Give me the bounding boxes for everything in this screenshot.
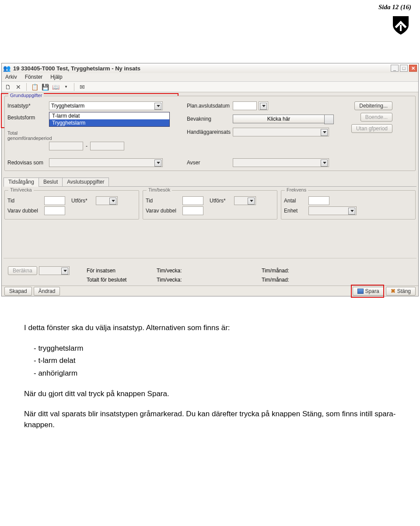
statusbar: Skapad Ändrad Spara ✖ Stäng	[2, 286, 418, 296]
groupbox-legend: Grunduppgifter	[8, 93, 44, 98]
toolbar-copy-icon[interactable]: 📋	[31, 84, 38, 91]
field-tv-tid[interactable]	[44, 196, 65, 205]
toolbar-separator	[26, 83, 27, 91]
label-fr-antal: Antal	[284, 198, 306, 204]
label-fr-enhet: Enhet	[284, 208, 306, 214]
field-tb-tid[interactable]	[182, 196, 203, 205]
groupbox-grunduppgifter: Grunduppgifter Insatstyp* Trygghetslarm …	[4, 96, 416, 171]
label-totalt: Totalt för beslutet	[87, 277, 144, 283]
bevakning-button-label: Klicka här	[267, 116, 290, 122]
instruction-item-1: trygghetslarm	[34, 343, 407, 354]
tab-avslutsuppgifter[interactable]: Avslutsuppgifter	[62, 178, 109, 186]
instruction-para-1: I detta fönster ska du välja insatstyp. …	[24, 323, 407, 334]
window-minimize-button[interactable]: _	[391, 65, 399, 72]
boende-button[interactable]: Boende...	[360, 113, 392, 122]
dropdown-tb-utfors[interactable]	[234, 196, 256, 205]
plan-avslut-date-picker[interactable]	[259, 101, 268, 110]
berakna-dropdown[interactable]	[39, 266, 70, 275]
label-tv-tid: Tid	[7, 198, 42, 204]
skapad-button[interactable]: Skapad	[4, 287, 32, 296]
panel-tim-besok: Tim/besök Tid Utförs* Varav dubbel	[143, 190, 277, 219]
tab-beslut[interactable]: Beslut	[38, 178, 63, 186]
window-maximize-button[interactable]: □	[400, 65, 408, 72]
insatstyp-dropdown-list[interactable]: T-larm delat Trygghetslarm	[49, 112, 170, 127]
field-period-to[interactable]	[90, 142, 124, 150]
insatstyp-option-2[interactable]: Trygghetslarm	[49, 119, 169, 126]
menu-arkiv[interactable]: Arkiv	[5, 74, 17, 80]
panel-frekvens-legend: Frekvens	[285, 187, 308, 192]
instruction-item-2: t-larm delat	[34, 355, 407, 366]
label-plan-avslut: Plan.avslutsdatum	[187, 103, 233, 109]
instruction-para-2: När du gjort ditt val tryck på knappen S…	[24, 389, 407, 400]
instruction-para-3: När ditt val sparats blir insatstypen gr…	[24, 409, 407, 430]
stang-label: Stäng	[397, 288, 411, 294]
dropdown-fr-enhet[interactable]	[308, 206, 357, 215]
logo-shield-icon	[392, 15, 410, 37]
label-tm-2: Tim/månad:	[262, 277, 301, 283]
label-tv-2: Tim/vecka:	[157, 277, 196, 283]
toolbar-delete-icon[interactable]: ✕	[15, 84, 22, 91]
menu-fonster[interactable]: Fönster	[25, 74, 43, 80]
tabs: Tidsåtgång Beslut Avslutsuppgifter	[4, 177, 416, 187]
spara-button[interactable]: Spara	[353, 287, 384, 296]
label-insatstyp: Insatstyp*	[7, 103, 49, 109]
field-plan-avslut[interactable]	[233, 101, 257, 110]
tab-tidsatgang[interactable]: Tidsåtgång	[4, 178, 39, 187]
label-tb-dubbel: Varav dubbel	[146, 208, 180, 214]
dropdown-tv-utfors[interactable]	[96, 196, 118, 205]
field-fr-antal[interactable]	[308, 196, 329, 205]
label-avser: Avser	[187, 160, 233, 166]
label-handlaggare: Handläggareinsats	[187, 129, 233, 135]
debitering-button[interactable]: Debitering...	[354, 101, 392, 110]
titlebar-text: 19 330405-T000 Test, Trygghetslarm - Ny …	[13, 65, 391, 72]
svg-rect-0	[400, 25, 402, 31]
handlaggare-dropdown[interactable]	[233, 128, 329, 136]
label-beslutsform: Beslutsform	[7, 115, 49, 121]
panel-tim-vecka-legend: Tim/vecka	[8, 187, 34, 192]
toolbar-separator-2	[74, 83, 74, 91]
instruction-item-3: anhöriglarm	[34, 368, 407, 379]
page-number: Sida 12 (16)	[0, 0, 420, 11]
instructions: I detta fönster ska du välja insatstyp. …	[0, 310, 420, 457]
period-dash: -	[86, 143, 88, 149]
close-x-icon: ✖	[391, 288, 396, 294]
bottom-summary: Beräkna För insatsen Tim/vecka: Tim/måna…	[4, 258, 416, 286]
label-total-period: Total genomförandeperiod	[7, 130, 49, 141]
field-tv-dubbel[interactable]	[44, 206, 65, 215]
menu-hjalp[interactable]: Hjälp	[50, 74, 62, 80]
spara-label: Spara	[365, 288, 379, 294]
menubar: Arkiv Fönster Hjälp	[2, 73, 418, 82]
titlebar-app-icon: 👥	[3, 65, 10, 72]
label-tb-utfors: Utförs*	[210, 198, 231, 204]
toolbar: 🗋 ✕ 📋 💾 📖 ▼ ✉	[2, 82, 418, 92]
titlebar: 👥 19 330405-T000 Test, Trygghetslarm - N…	[2, 63, 418, 73]
panel-frekvens: Frekvens Antal Enhet	[281, 190, 416, 219]
utan-gfperiod-button[interactable]: Utan gfperiod	[351, 124, 392, 133]
label-tv-utfors: Utförs*	[71, 198, 93, 204]
bevakning-button[interactable]: Klicka här	[233, 115, 325, 123]
chevron-down-icon[interactable]: ▼	[63, 84, 70, 91]
insatstyp-value: Trygghetslarm	[51, 103, 84, 109]
redovisas-dropdown[interactable]	[49, 158, 163, 167]
label-for-insatsen: För insatsen	[87, 268, 144, 274]
toolbar-mail-icon[interactable]: ✉	[79, 84, 86, 91]
field-period-from[interactable]	[49, 142, 83, 150]
toolbar-new-icon[interactable]: 🗋	[4, 84, 11, 91]
panel-tim-vecka: Tim/vecka Tid Utförs* Varav dubbel	[4, 190, 139, 219]
window-close-button[interactable]: ✕	[409, 65, 417, 72]
label-tb-tid: Tid	[146, 198, 180, 204]
label-redovisas: Redovisas som	[7, 160, 49, 166]
field-tb-dubbel[interactable]	[182, 206, 203, 215]
andrad-button[interactable]: Ändrad	[34, 287, 60, 296]
stang-button[interactable]: ✖ Stäng	[386, 287, 416, 296]
toolbar-save-icon[interactable]: 💾	[42, 84, 49, 91]
berakna-button[interactable]: Beräkna	[8, 266, 37, 275]
label-tm-1: Tim/månad:	[262, 268, 301, 274]
toolbar-book-icon[interactable]: 📖	[52, 84, 59, 91]
insatstyp-dropdown[interactable]: Trygghetslarm	[49, 101, 163, 110]
label-bevakning: Bevakning	[187, 116, 233, 122]
panel-tim-besok-legend: Tim/besök	[147, 187, 172, 192]
insatstyp-option-1[interactable]: T-larm delat	[49, 112, 169, 119]
avser-dropdown[interactable]	[233, 158, 329, 167]
label-tv-1: Tim/vecka:	[157, 268, 196, 274]
